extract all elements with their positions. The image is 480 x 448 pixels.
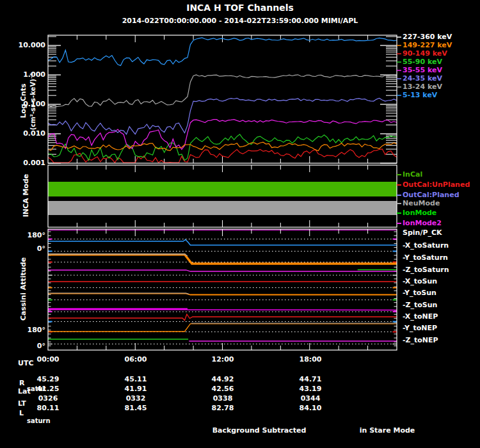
legend-energy-55-90: 55-90 keV — [403, 58, 442, 66]
legend-energy-35-55: 35-55 keV — [403, 66, 442, 74]
utc-tick-3: 18:00 — [282, 355, 339, 364]
legend-att-y-saturn: -Y_toSaturn — [403, 253, 448, 262]
att-tick-180-top: 180° — [0, 231, 45, 239]
lat-value-0: 41.25 — [19, 385, 77, 393]
footer-background-subtracted: Background Subtracted — [195, 426, 323, 435]
l-value-0: 80.11 — [19, 404, 77, 412]
legend-energy-5-13: 5-13 keV — [403, 91, 437, 99]
legend-att-z-nep: -Z_toNEP — [403, 336, 438, 344]
row-label-l-sub: saturn — [27, 417, 51, 425]
lat-value-1: 41.91 — [107, 385, 164, 393]
legend-mode-outcal-unplaned: OutCal:UnPlaned — [403, 180, 470, 189]
l-value-1: 81.45 — [107, 404, 164, 412]
legend-att-spin: Spin/P_CK — [403, 228, 442, 237]
lat-value-3: 43.19 — [282, 385, 339, 393]
legend-att-y-sun: -Y_toSun — [403, 289, 436, 297]
legend-att-y-nep: -Y_toNEP — [403, 324, 437, 332]
legend-att-x-sun: -X_toSun — [403, 277, 437, 285]
legend-att-z-saturn: -Z_toSaturn — [403, 266, 449, 274]
footer-stare-mode: in Stare Mode — [346, 426, 429, 435]
att-tick-180-bottom: 180° — [0, 326, 45, 334]
y-tick-0p01: 0.010 — [0, 129, 45, 138]
r-value-3: 44.71 — [282, 375, 339, 383]
legend-att-z-sun: -Z_toSun — [403, 301, 437, 309]
l-value-2: 82.78 — [194, 404, 252, 412]
legend-mode-incal: InCal — [403, 170, 422, 179]
y-tick-10: 10.000 — [0, 41, 45, 49]
y-tick-1: 1.000 — [0, 70, 45, 79]
utc-tick-0: 00:00 — [19, 355, 77, 364]
legend-att-x-nep: -X_toNEP — [403, 312, 438, 321]
att-tick-0-bottom: 0° — [0, 342, 45, 350]
att-tick-0-top: 0° — [0, 244, 45, 253]
legend-mode-outcal-planed: OutCal:Planed — [403, 191, 460, 199]
r-value-1: 45.11 — [107, 375, 164, 383]
l-value-3: 84.10 — [282, 404, 339, 412]
legend-att-x-saturn: -X_toSaturn — [403, 241, 449, 250]
lt-value-0: 0326 — [19, 394, 77, 403]
legend-energy-90-149: 90-149 keV — [403, 49, 447, 58]
r-value-0: 45.29 — [19, 375, 77, 383]
utc-tick-1: 06:00 — [107, 355, 164, 364]
legend-mode-ionmode2: IonMode2 — [403, 219, 442, 227]
y-tick-0p1: 0.100 — [0, 100, 45, 108]
legend-energy-13-24: 13-24 keV — [403, 83, 442, 91]
legend-energy-227-360: 227-360 keV — [403, 33, 452, 41]
r-value-2: 44.92 — [194, 375, 252, 383]
lt-value-3: 0344 — [282, 394, 339, 403]
lat-value-2: 42.56 — [194, 385, 252, 393]
plot-time-range: 2014-022T00:00:00.000 - 2014-022T23:59:0… — [0, 17, 480, 25]
legend-mode-neumode: NeuMode — [403, 199, 440, 207]
page-title: INCA H TOF Channels — [0, 4, 480, 12]
attitude-panel-label: Cassini Attitude — [19, 238, 28, 340]
legend-energy-149-227: 149-227 keV — [403, 41, 452, 49]
inca-tof-plot-window: { "title": "INCA H TOF Channels", "subti… — [0, 0, 480, 448]
utc-tick-2: 12:00 — [194, 355, 252, 364]
lt-value-1: 0332 — [107, 394, 164, 403]
lt-value-2: 0338 — [194, 394, 252, 403]
legend-energy-24-35: 24-35 keV — [403, 74, 442, 83]
legend-mode-ionmode: IonMode — [403, 209, 436, 217]
